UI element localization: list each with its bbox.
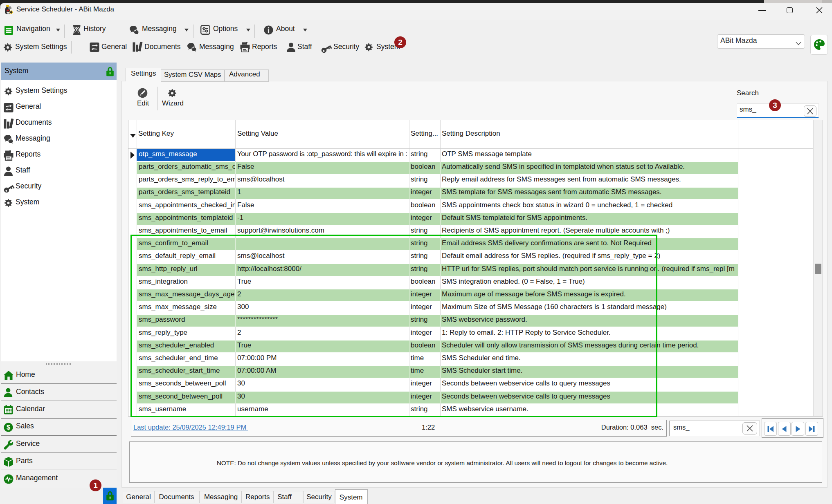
svg-text:$: $ (7, 424, 10, 431)
